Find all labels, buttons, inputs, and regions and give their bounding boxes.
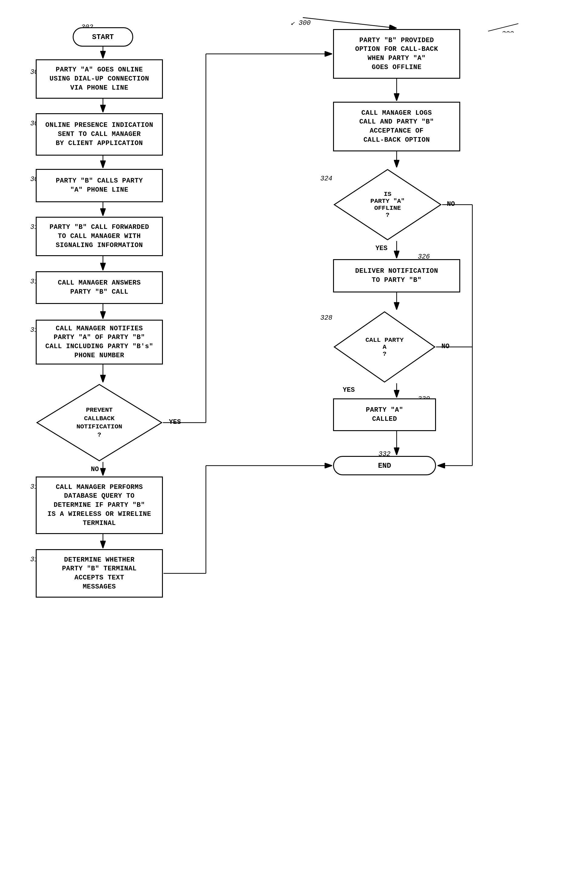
- start-oval: START: [73, 27, 133, 46]
- svg-line-31: [303, 18, 397, 28]
- node-322: CALL MANAGER LOGSCALL AND PARTY "B"ACCEP…: [333, 102, 460, 151]
- yes-offline: YES: [375, 244, 387, 252]
- no-offline: NO: [447, 201, 455, 208]
- node-316: CALL MANAGER PERFORMSDATABASE QUERY TODE…: [36, 477, 163, 534]
- end-label: END: [378, 462, 391, 470]
- node-314: CALL MANAGER NOTIFIESPARTY "A" OF PARTY …: [36, 320, 163, 364]
- ref-324: 324: [320, 175, 333, 183]
- node-308: PARTY "B" CALLS PARTY"A" PHONE LINE: [36, 169, 163, 202]
- no-prevent: NO: [91, 466, 99, 473]
- diamond-callA: CALL PARTYA?: [333, 310, 436, 383]
- diamond-callA-label: CALL PARTYA?: [366, 337, 404, 358]
- ref-300-arrow: ↙ 300: [291, 19, 310, 27]
- no-callA: NO: [441, 343, 449, 350]
- node-310: PARTY "B" CALL FORWARDEDTO CALL MANAGER …: [36, 217, 163, 256]
- yes-prevent: YES: [169, 418, 181, 426]
- node-326: DELIVER NOTIFICATIONTO PARTY "B": [333, 259, 460, 292]
- diamond-offline: ISPARTY "A"OFFLINE?: [333, 168, 442, 241]
- fig-label: 300: [485, 21, 521, 35]
- node-330: PARTY "A"CALLED: [333, 399, 436, 431]
- svg-text:300: 300: [502, 30, 514, 33]
- end-oval: END: [333, 456, 436, 475]
- ref-328: 328: [320, 314, 333, 322]
- yes-callA: YES: [343, 386, 355, 394]
- start-label: START: [92, 33, 114, 41]
- node-320: PARTY "B" PROVIDEDOPTION FOR CALL-BACKWH…: [333, 29, 460, 79]
- diamond-offline-label: ISPARTY "A"OFFLINE?: [370, 191, 405, 219]
- diamond-prevent: PREVENTCALLBACKNOTIFICATION?: [36, 383, 163, 462]
- diamond-prevent-label: PREVENTCALLBACKNOTIFICATION?: [76, 406, 122, 439]
- node-306: ONLINE PRESENCE INDICATIONSENT TO CALL M…: [36, 113, 163, 156]
- node-312: CALL MANAGER ANSWERSPARTY "B" CALL: [36, 271, 163, 304]
- flowchart-diagram: 300 302 START 304 PARTY "A" GOES ONLINEU…: [0, 0, 588, 874]
- node-304: PARTY "A" GOES ONLINEUSING DIAL-UP CONNE…: [36, 59, 163, 99]
- node-318: DETERMINE WHETHERPARTY "B" TERMINALACCEP…: [36, 549, 163, 598]
